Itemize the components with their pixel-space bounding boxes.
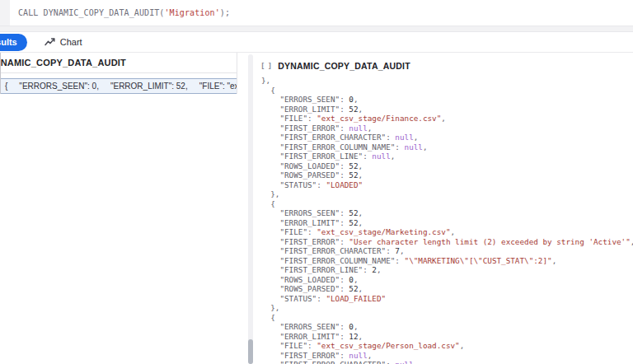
results-table-panel: DYNAMIC_COPY_DATA_AUDIT {"ERRORS_SEEN": … — [0, 53, 237, 94]
json-detail-view[interactable]: }, { "ERRORS_SEEN": 0, "ERROR_LIMIT": 52… — [261, 76, 633, 364]
editor-gutter — [0, 0, 10, 26]
worksheet-results-view: CALL DYNAMIC_COPY_DATA_AUDIT('Migration'… — [0, 0, 633, 364]
results-tabs-bar: Results Chart — [0, 32, 633, 52]
sql-string-literal: 'Migration' — [165, 8, 220, 17]
sql-call-text: CALL DYNAMIC_COPY_DATA_AUDIT( — [18, 8, 165, 17]
details-scrollbar[interactable] — [248, 54, 253, 364]
chart-line-icon — [45, 37, 55, 48]
sql-statement[interactable]: CALL DYNAMIC_COPY_DATA_AUDIT('Migration'… — [18, 0, 230, 26]
details-header: [ ] DYNAMIC_COPY_DATA_AUDIT — [260, 58, 410, 74]
result-row-selected[interactable]: {"ERRORS_SEEN": 0,"ERROR_LIMIT": 52,"FIL… — [1, 78, 237, 94]
row-preview-segment: "FILE": "ext_csv_stage — [199, 82, 237, 91]
json-brackets-icon: [ ] — [260, 62, 271, 70]
sql-editor[interactable]: CALL DYNAMIC_COPY_DATA_AUDIT('Migration'… — [0, 0, 633, 26]
tab-chart-label: Chart — [60, 37, 82, 47]
sql-statement-end: ); — [220, 8, 230, 17]
row-preview-segment: "ERROR_LIMIT": 52, — [110, 82, 188, 91]
row-preview-segment: { — [5, 82, 7, 91]
details-scrollbar-thumb[interactable] — [248, 339, 253, 364]
cell-details-panel: [ ] DYNAMIC_COPY_DATA_AUDIT }, { "ERRORS… — [247, 53, 633, 364]
tab-results[interactable]: Results — [0, 34, 27, 51]
results-column-header-label: DYNAMIC_COPY_DATA_AUDIT — [1, 58, 126, 68]
results-column-header[interactable]: DYNAMIC_COPY_DATA_AUDIT — [1, 53, 237, 73]
details-title: DYNAMIC_COPY_DATA_AUDIT — [278, 61, 410, 71]
editor-results-resize-handle[interactable] — [0, 26, 633, 32]
tab-chart[interactable]: Chart — [45, 37, 82, 48]
row-preview-segment: "ERRORS_SEEN": 0, — [19, 82, 99, 91]
